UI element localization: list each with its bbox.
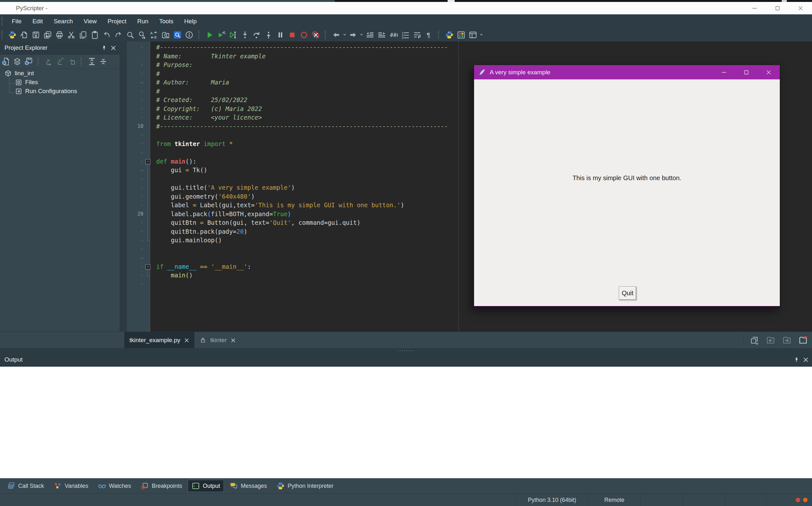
gutter-cell[interactable]: – <box>127 79 144 85</box>
close-button[interactable] <box>789 2 812 14</box>
project-layers-button[interactable] <box>11 56 23 67</box>
gutter-cell[interactable]: · <box>127 62 144 68</box>
project-explorer-header[interactable]: Project Explorer <box>0 41 119 55</box>
search-highlight-button[interactable] <box>172 29 183 40</box>
chevron-down-button[interactable] <box>342 29 347 40</box>
bottom-tab-variables[interactable]: Variables <box>50 480 92 492</box>
fold-box[interactable]: − <box>146 159 151 164</box>
layouts-button[interactable] <box>467 29 479 40</box>
open-file-button[interactable] <box>18 29 30 40</box>
clear-breakpoints-button[interactable] <box>310 29 322 40</box>
collapse-all-button[interactable] <box>98 56 109 67</box>
menu-run[interactable]: Run <box>132 15 154 28</box>
new-project-button[interactable] <box>0 56 11 67</box>
modules-button[interactable] <box>455 29 467 40</box>
bottom-tab-call-stack[interactable]: Call Stack <box>3 480 48 492</box>
tree-item-run-configurations[interactable]: Run Configurations <box>0 87 119 96</box>
gutter-cell[interactable]: 10 <box>127 123 144 129</box>
tk-title-bar[interactable]: A very simple example <box>474 65 780 79</box>
chevron-down-button[interactable] <box>479 29 484 40</box>
gutter-cell[interactable]: · <box>127 220 144 226</box>
run-project-button[interactable] <box>43 56 55 67</box>
tree-item-files[interactable]: Files <box>0 78 119 87</box>
gutter-cell[interactable]: · <box>127 88 144 94</box>
close-tab-icon[interactable] <box>184 338 189 343</box>
title-bar[interactable]: PyScripter - <box>0 2 812 14</box>
run-config-button[interactable] <box>66 56 78 67</box>
save-file-button[interactable] <box>30 29 42 40</box>
paste-button[interactable] <box>89 29 101 40</box>
gutter-cell[interactable]: · <box>127 44 144 51</box>
step-into-button[interactable] <box>239 29 251 40</box>
toolbar-grip[interactable] <box>2 30 4 39</box>
maximize-button[interactable] <box>766 2 789 14</box>
previous-tab-button[interactable] <box>764 334 776 346</box>
tree-item-line_int[interactable]: line_int <box>0 69 119 78</box>
expand-all-button[interactable] <box>86 56 98 67</box>
fold-marker[interactable]: − <box>144 262 156 271</box>
fold-marker[interactable]: − <box>144 157 156 166</box>
menu-help[interactable]: Help <box>179 15 202 28</box>
menu-view[interactable]: View <box>78 15 102 28</box>
replace-button[interactable]: AB <box>148 29 160 40</box>
gutter-cell[interactable]: · <box>127 263 144 269</box>
save-all-button[interactable] <box>42 29 54 40</box>
quit-button[interactable]: Quit <box>619 286 636 300</box>
unindent-button[interactable] <box>364 29 376 40</box>
undo-button[interactable] <box>101 29 112 40</box>
menu-project[interactable]: Project <box>102 15 132 28</box>
bottom-tab-python-interpreter[interactable]: Python Interpreter <box>273 480 337 492</box>
sync-edit-button[interactable]: ### <box>388 29 399 40</box>
gutter-cell[interactable]: – <box>127 167 144 173</box>
horizontal-splitter[interactable]: ········ <box>0 348 812 353</box>
search-button[interactable] <box>124 29 136 40</box>
step-out-button[interactable] <box>263 29 274 40</box>
gutter-cell[interactable]: · <box>127 246 144 252</box>
gutter-cell[interactable]: · <box>127 132 144 138</box>
gutter-cell[interactable]: – <box>127 255 144 261</box>
gutter-cell[interactable]: · <box>127 105 144 111</box>
tk-close-button[interactable] <box>757 65 780 79</box>
tk-minimize-button[interactable] <box>713 65 735 79</box>
search-next-button[interactable] <box>136 29 148 40</box>
pause-button[interactable] <box>274 29 286 40</box>
step-over-button[interactable] <box>251 29 263 40</box>
debug-project-button[interactable] <box>55 56 66 67</box>
pin-icon[interactable] <box>101 45 107 51</box>
copy-button[interactable] <box>77 29 89 40</box>
minimize-button[interactable] <box>743 2 766 14</box>
new-python-file-button[interactable] <box>6 29 18 40</box>
toggle-breakpoint-button[interactable] <box>298 29 310 40</box>
gutter-cell[interactable]: · <box>127 114 144 120</box>
next-tab-button[interactable] <box>781 334 793 346</box>
word-wrap-button[interactable] <box>411 29 423 40</box>
close-icon[interactable] <box>110 45 116 51</box>
gutter-cell[interactable]: · <box>127 158 144 164</box>
gutter-cell[interactable]: · <box>127 193 144 199</box>
tab-list-button[interactable] <box>748 334 760 346</box>
nav-back-button[interactable] <box>330 29 342 40</box>
python-logo-button[interactable] <box>443 29 455 40</box>
gutter-cell[interactable]: · <box>127 185 144 191</box>
menu-file[interactable]: File <box>6 15 27 28</box>
close-tab-icon[interactable] <box>231 338 236 343</box>
bottom-tab-watches[interactable]: Watches <box>94 480 135 492</box>
editor-tab-tkinter_example.py[interactable]: tkinter_example.py <box>124 332 194 348</box>
fold-box[interactable]: − <box>146 264 151 269</box>
cut-button[interactable] <box>65 29 77 40</box>
menu-tools[interactable]: Tools <box>154 15 179 28</box>
vertical-splitter[interactable] <box>119 41 127 332</box>
special-chars-button[interactable]: ¶ <box>423 29 435 40</box>
save-project-button[interactable] <box>23 56 34 67</box>
gutter-cell[interactable]: · <box>127 53 144 59</box>
gutter-cell[interactable]: · <box>127 202 144 208</box>
gutter-cell[interactable]: · <box>127 97 144 103</box>
gutter-cell[interactable]: 20 <box>127 211 144 217</box>
numbered-list-button[interactable]: 123 <box>399 29 411 40</box>
output-panel-header[interactable]: Output <box>0 353 812 367</box>
indent-button[interactable] <box>376 29 388 40</box>
debug-button[interactable] <box>215 29 227 40</box>
gutter-cell[interactable]: · <box>127 71 144 77</box>
gutter-cell[interactable]: · <box>127 176 144 182</box>
bottom-tab-messages[interactable]: Messages <box>226 480 271 492</box>
